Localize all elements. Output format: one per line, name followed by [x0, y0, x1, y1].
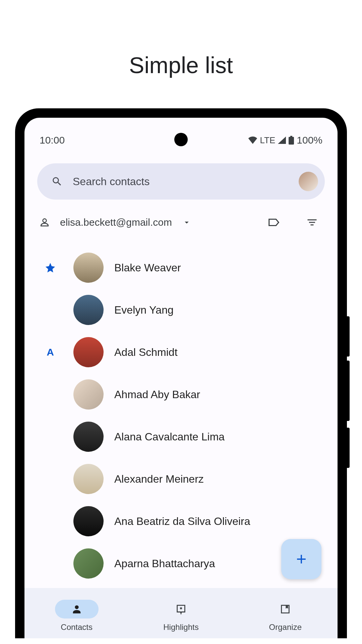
network-label: LTE [260, 135, 276, 146]
svg-rect-0 [290, 136, 292, 137]
device-frame: 10:00 LTE 100% Search contacts elisa.bec… [15, 108, 347, 638]
nav-contacts-label: Contacts [61, 623, 93, 632]
contact-name: Adal Schmidt [114, 346, 178, 359]
contact-row[interactable]: Ahmad Aby Bakar [24, 373, 338, 416]
bottom-nav: Contacts Highlights Organize [24, 588, 338, 638]
contact-name: Alana Cavalcante Lima [114, 431, 225, 443]
label-button[interactable] [266, 215, 281, 230]
contact-avatar [73, 422, 104, 452]
profile-avatar[interactable] [299, 172, 318, 191]
device-screen: 10:00 LTE 100% Search contacts elisa.bec… [24, 118, 338, 638]
status-icons: LTE 100% [248, 135, 323, 146]
contact-row[interactable]: Evelyn Yang [24, 289, 338, 331]
contact-name: Evelyn Yang [114, 304, 174, 316]
chevron-down-icon[interactable] [182, 218, 191, 227]
account-selector-row: elisa.beckett@gmail.com [24, 200, 338, 236]
add-contact-fab[interactable] [281, 539, 321, 579]
section-indicator: A [37, 346, 63, 358]
section-letter: A [47, 346, 54, 358]
contact-name: Alexander Meinerz [114, 473, 204, 485]
device-side-buttons [347, 316, 350, 472]
filter-icon [306, 216, 318, 228]
contact-row[interactable]: Alexander Meinerz [24, 458, 338, 500]
filter-button[interactable] [305, 215, 319, 230]
person-icon [39, 217, 50, 228]
page-title: Simple list [0, 0, 362, 108]
battery-percent: 100% [297, 135, 322, 146]
contact-row[interactable]: Ana Beatriz da Silva Oliveira [24, 500, 338, 542]
contacts-icon [71, 603, 82, 615]
svg-rect-1 [289, 137, 294, 145]
contact-name: Ahmad Aby Bakar [114, 388, 200, 401]
contact-row[interactable]: AAdal Schmidt [24, 331, 338, 373]
nav-contacts[interactable]: Contacts [43, 600, 110, 632]
contact-name: Ana Beatriz da Silva Oliveira [114, 515, 250, 528]
contact-row[interactable]: Alana Cavalcante Lima [24, 416, 338, 458]
nav-highlights-label: Highlights [163, 623, 198, 632]
contact-avatar [73, 379, 104, 410]
contact-list[interactable]: Blake WeaverEvelyn YangAAdal SchmidtAhma… [24, 236, 338, 585]
account-email[interactable]: elisa.beckett@gmail.com [60, 217, 172, 228]
signal-icon [278, 137, 286, 144]
search-bar[interactable]: Search contacts [37, 163, 325, 200]
nav-organize-label: Organize [269, 623, 302, 632]
contact-avatar [73, 464, 104, 494]
contact-avatar [73, 295, 104, 325]
contact-avatar [73, 337, 104, 367]
organize-icon [280, 603, 291, 615]
wifi-icon [248, 137, 257, 144]
star-icon [45, 262, 56, 273]
contact-name: Aparna Bhattacharya [114, 557, 215, 570]
highlights-icon [175, 603, 187, 615]
contact-avatar [73, 253, 104, 283]
contact-name: Blake Weaver [114, 262, 181, 274]
status-time: 10:00 [40, 135, 65, 146]
camera-hole [174, 133, 188, 146]
search-input[interactable]: Search contacts [73, 175, 289, 188]
section-indicator [37, 262, 63, 273]
search-icon [51, 176, 63, 187]
nav-highlights[interactable]: Highlights [147, 600, 215, 632]
battery-icon [289, 136, 294, 145]
nav-organize[interactable]: Organize [252, 600, 319, 632]
label-icon [267, 216, 280, 229]
contact-row[interactable]: Blake Weaver [24, 247, 338, 289]
plus-icon [294, 552, 309, 567]
contact-avatar [73, 506, 104, 536]
contact-avatar [73, 548, 104, 579]
